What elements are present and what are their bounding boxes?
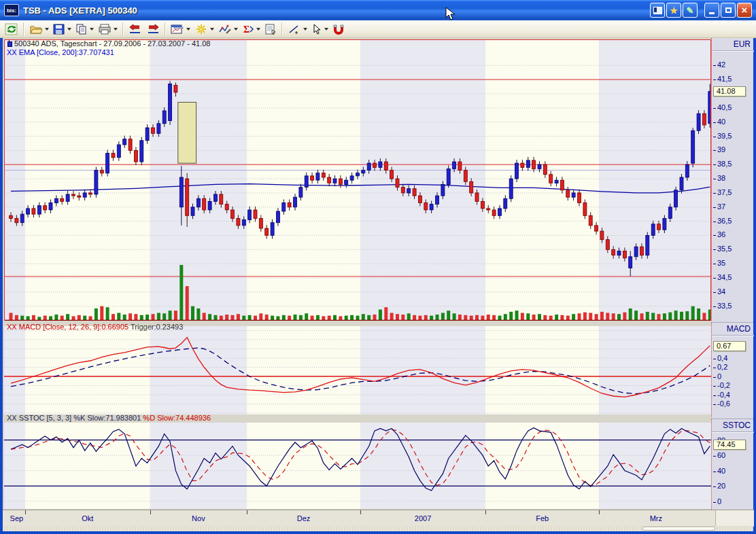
time-axis-tick — [25, 510, 26, 514]
toolbar-separator — [23, 22, 24, 36]
time-axis-tick — [485, 510, 486, 514]
chevron-down-icon[interactable] — [67, 28, 71, 31]
title-bar[interactable]: bis: TSB - ADS [XETRA] 500340 ★ ✎ × — [0, 0, 756, 20]
axis-tick — [713, 377, 716, 378]
axis-tick-label: 0 — [717, 497, 721, 505]
axis-tick — [713, 278, 716, 279]
sstoc-axis-title: SSTOC — [723, 421, 751, 430]
time-axis: SepOktNovDez2007FebMrz — [3, 510, 715, 527]
time-axis-tick — [599, 510, 600, 514]
chevron-down-icon[interactable] — [303, 28, 307, 31]
toolbar-separator — [281, 22, 283, 36]
axis-tick-label: -0,4 — [717, 391, 730, 399]
draw-line-button[interactable] — [286, 21, 309, 37]
axis-tick-label: 37,5 — [717, 188, 732, 196]
indicators-button[interactable] — [192, 21, 216, 37]
axis-tick — [713, 292, 716, 293]
axis-tick — [713, 164, 716, 165]
toolbar-separator — [165, 22, 166, 36]
axis-tick — [713, 386, 716, 387]
open-button[interactable] — [27, 21, 51, 37]
macd-axis-title: MACD — [727, 324, 751, 334]
current-value-badge: 74.45 — [713, 440, 746, 450]
axis-tick-label: 0,4 — [717, 354, 727, 362]
current-value-badge: 41.08 — [713, 86, 746, 96]
chart-type-button[interactable] — [169, 21, 192, 37]
axis-tick-label: 33,5 — [717, 302, 732, 310]
axis-tick — [713, 368, 716, 368]
close-button[interactable]: × — [737, 3, 752, 18]
divider — [712, 50, 754, 52]
axis-tick-label: 35 — [717, 259, 725, 267]
horizontal-scrollbar-thumb[interactable] — [642, 527, 715, 531]
axis-tick — [713, 235, 716, 236]
axis-tick-label: 20 — [717, 482, 725, 490]
app-icon: bis: — [4, 4, 19, 16]
refresh-icon — [5, 23, 18, 35]
axis-tick — [713, 502, 716, 503]
macd-label: XX MACD [Close, 12, 26, 9]:0.66905 Trigg… — [7, 323, 183, 331]
svg-text:Σ: Σ — [243, 24, 250, 35]
time-axis-label: Feb — [536, 514, 549, 522]
axis-tick-label: 39 — [717, 145, 725, 154]
refresh-button[interactable] — [3, 21, 20, 37]
favorites-button[interactable]: ★ — [666, 3, 681, 18]
axis-tick — [713, 456, 716, 457]
chevron-down-icon[interactable] — [324, 28, 328, 31]
axis-tick-label: -0,6 — [717, 399, 730, 408]
print-button[interactable] — [96, 21, 120, 37]
maximize-button[interactable] — [721, 3, 736, 18]
axis-tick — [713, 150, 716, 151]
app-window: bis: TSB - ADS [XETRA] 500340 ★ ✎ × Σ 50… — [0, 0, 756, 534]
copy-button[interactable] — [73, 21, 96, 37]
axis-tick-label: 36,5 — [717, 217, 732, 225]
studies-button[interactable] — [216, 21, 240, 37]
time-axis-label: Sep — [10, 514, 24, 522]
macd-trigger-label: Trigger:0.23493 — [128, 323, 183, 331]
statistics-icon: Σ — [242, 24, 254, 35]
chevron-down-icon[interactable] — [114, 28, 118, 31]
axis-tick-label: 37 — [717, 202, 725, 211]
minimize-button[interactable] — [704, 3, 719, 18]
studies-icon — [218, 24, 232, 35]
properties-button[interactable] — [262, 21, 279, 37]
bottom-strip — [3, 526, 753, 531]
layout-button[interactable] — [650, 3, 665, 18]
axis-tick — [713, 395, 716, 396]
page-next-button[interactable] — [144, 21, 162, 37]
cursor-tool-button[interactable] — [309, 21, 330, 37]
time-axis-tick — [247, 510, 247, 514]
chevron-down-icon[interactable] — [45, 28, 49, 31]
axis-tick-label: 34,5 — [717, 273, 732, 281]
open-icon — [29, 24, 43, 35]
time-axis-label: Okt — [82, 514, 93, 522]
maximize-icon — [725, 7, 732, 13]
magnet-icon — [332, 24, 345, 35]
chevron-down-icon[interactable] — [234, 28, 238, 31]
save-button[interactable] — [51, 21, 73, 37]
axis-tick-label: -0,2 — [717, 381, 730, 389]
chevron-down-icon[interactable] — [210, 28, 214, 31]
statistics-button[interactable]: Σ — [240, 21, 262, 37]
sstoc-pane[interactable] — [4, 423, 711, 509]
chevron-down-icon[interactable] — [90, 28, 94, 31]
page-prev-button[interactable] — [126, 21, 144, 37]
ema-label: XX EMA [Close, 200]:37.707431 — [7, 48, 114, 56]
axis-tick — [713, 179, 716, 179]
axis-tick — [713, 65, 716, 66]
chevron-down-icon[interactable] — [186, 28, 190, 31]
macd-pane[interactable] — [4, 326, 711, 414]
chevron-down-icon[interactable] — [256, 28, 260, 31]
close-icon: × — [742, 4, 748, 16]
axis-column: EUR 4241,540,54039,53938,53837,53736,536… — [711, 38, 753, 510]
edit-button[interactable]: ✎ — [683, 3, 698, 18]
draw-line-icon — [288, 24, 301, 35]
cursor-tool-icon — [311, 24, 322, 35]
axis-tick-label: 42 — [717, 60, 725, 69]
magnet-button[interactable] — [330, 21, 347, 37]
price-pane[interactable] — [4, 39, 711, 321]
divider — [712, 335, 754, 336]
axis-tick — [713, 193, 716, 194]
price-axis: EUR 4241,540,54039,53938,53837,53736,536… — [711, 38, 753, 321]
copy-icon — [75, 24, 88, 35]
